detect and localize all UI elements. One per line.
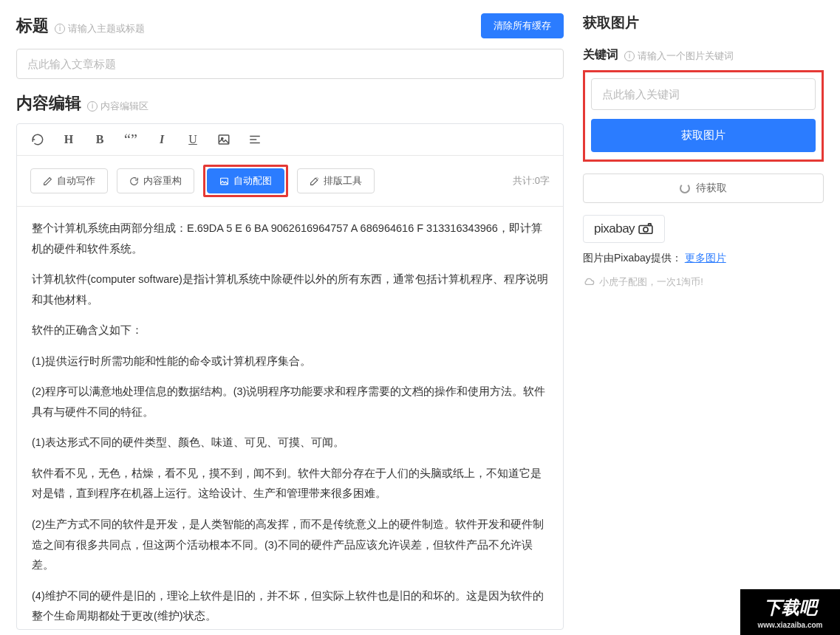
cloud-icon (583, 278, 595, 286)
title-input[interactable] (16, 49, 564, 79)
editor-card: H B “” I U 自动写作 (16, 123, 564, 630)
heading-icon[interactable]: H (61, 132, 76, 147)
spinner-icon (680, 183, 690, 193)
auto-image-button[interactable]: 自动配图 (207, 168, 284, 193)
watermark: 下载吧 www.xiazaiba.com (740, 589, 840, 635)
svg-point-7 (643, 227, 648, 232)
editor-paragraph: (4)维护不同的硬件是旧的，理论上软件是旧的，并不坏，但实际上软件也是旧的和坏的… (32, 586, 548, 627)
get-image-button[interactable]: 获取图片 (591, 119, 816, 152)
camera-icon (638, 223, 654, 235)
layout-tool-button[interactable]: 排版工具 (297, 168, 375, 193)
info-icon: i (55, 24, 65, 34)
editor-paragraph: (1)表达形式不同的硬件类型、颜色、味道、可见、可摸、可闻。 (32, 433, 548, 453)
auto-write-button[interactable]: 自动写作 (30, 168, 108, 193)
keyword-input[interactable] (591, 78, 816, 110)
more-images-link[interactable]: 更多图片 (685, 252, 726, 264)
keyword-label: 关键词 (583, 47, 618, 63)
get-image-title: 获取图片 (583, 13, 824, 32)
keyword-highlight-box: 获取图片 (583, 70, 824, 162)
pencil-icon (43, 176, 52, 186)
title-header: 标题 i 请输入主题或标题 清除所有缓存 (16, 13, 564, 38)
refresh-icon (129, 176, 139, 186)
editor-paragraph: (1)提供运行时所需功能和性能的命令或计算机程序集合。 (32, 351, 548, 372)
editor-paragraph: 计算机软件(computer software)是指计算机系统中除硬件以外的所有… (32, 270, 548, 310)
wand-icon (310, 176, 319, 186)
picture-icon (219, 176, 229, 186)
title-label: 标题 (16, 15, 49, 37)
svg-rect-8 (649, 224, 652, 226)
footer-note: 小虎子配图，一次1淘币! (583, 275, 824, 289)
quote-icon[interactable]: “” (123, 132, 138, 147)
format-toolbar: H B “” I U (17, 124, 563, 156)
undo-icon[interactable] (30, 132, 45, 147)
editor-paragraph: 软件看不见，无色，枯燥，看不见，摸不到，闻不到。软件大部分存在于人们的头脑或纸上… (32, 464, 548, 504)
keyword-hint: i 请输入一个图片关键词 (624, 49, 734, 63)
credit-line: 图片由Pixabay提供： 更多图片 (583, 252, 824, 265)
content-edit-hint: i 内容编辑区 (87, 100, 148, 113)
clear-cache-button[interactable]: 清除所有缓存 (481, 13, 564, 38)
italic-icon[interactable]: I (154, 132, 169, 147)
editor-paragraph: (2)程序可以满意地处理信息的数据结构。(3)说明程序功能要求和程序需要的文档的… (32, 382, 548, 422)
editor-paragraph: (2)生产方式不同的软件是开发，是人类智能的高发挥，而不是传统意义上的硬件制造。… (32, 515, 548, 576)
action-toolbar: 自动写作 内容重构 自动配图 (17, 156, 563, 207)
bold-icon[interactable]: B (92, 132, 107, 147)
underline-icon[interactable]: U (185, 132, 200, 147)
info-icon: i (87, 101, 98, 111)
info-icon: i (624, 51, 635, 61)
restructure-button[interactable]: 内容重构 (117, 168, 194, 193)
title-hint: i 请输入主题或标题 (55, 22, 145, 35)
word-count: 共计:0字 (513, 174, 550, 188)
pending-status: 待获取 (583, 174, 824, 203)
editor-body[interactable]: 整个计算机系统由两部分组成：E.69DA 5 E 6 BA 9062616964… (17, 207, 563, 629)
editor-paragraph: 整个计算机系统由两部分组成：E.69DA 5 E 6 BA 9062616964… (32, 219, 548, 259)
editor-paragraph: 软件的正确含义如下： (32, 320, 548, 341)
pixabay-logo: pixabay (583, 215, 665, 243)
auto-image-highlight: 自动配图 (203, 165, 288, 197)
align-icon[interactable] (247, 132, 262, 147)
image-icon[interactable] (216, 132, 231, 147)
content-edit-label: 内容编辑 (16, 92, 81, 114)
